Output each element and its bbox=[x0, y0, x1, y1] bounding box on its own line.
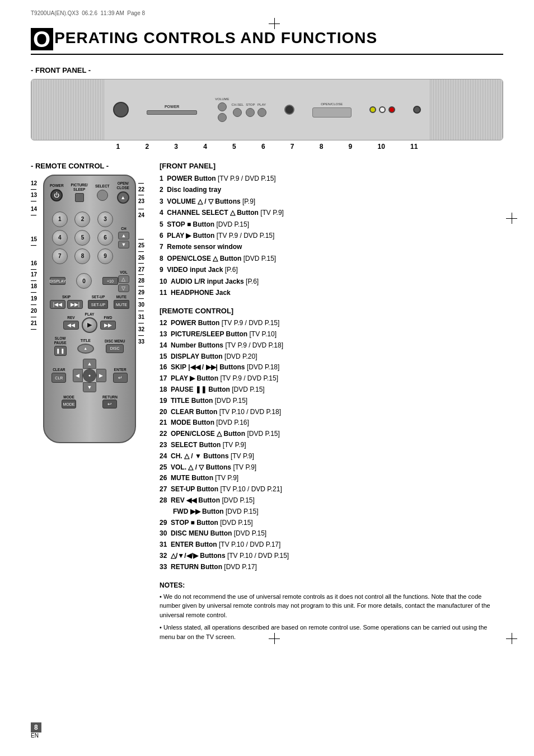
r-skip-label: SKIP bbox=[62, 295, 71, 299]
rc-item-28b: FWD ▶▶ Button [DVD P.15] bbox=[160, 506, 503, 518]
r-enter-label: ENTER bbox=[114, 368, 127, 372]
r-skip-next-btn[interactable]: ▶▶| bbox=[67, 300, 83, 309]
r-picture-sleep-label: PICTURE/SLEEP bbox=[71, 183, 88, 192]
r-nav-left-btn[interactable]: ◀ bbox=[73, 369, 83, 382]
fp-list-title: [FRONT PANEL] bbox=[160, 162, 503, 170]
fp-headphone-jack[interactable] bbox=[413, 106, 421, 114]
r-plus10-btn[interactable]: +10 bbox=[102, 277, 118, 285]
r-btn-4[interactable]: 4 bbox=[52, 230, 68, 246]
r-vol-up-btn[interactable]: △ bbox=[118, 275, 129, 283]
fp-video-jack[interactable] bbox=[369, 106, 376, 113]
r-nav-right-btn[interactable]: ▶ bbox=[96, 369, 106, 382]
fp-num-11: 11 bbox=[410, 143, 418, 151]
crosshair-mid-right bbox=[506, 213, 517, 224]
fp-num-10: 10 bbox=[377, 143, 385, 151]
ann-left-15: 15— bbox=[31, 236, 41, 248]
fp-vol-up[interactable] bbox=[218, 102, 227, 111]
r-picture-sleep-btn[interactable] bbox=[75, 193, 84, 202]
r-openclose-btn[interactable]: ▲ bbox=[117, 191, 129, 204]
ann-left-18: 18— bbox=[31, 283, 41, 295]
r-btn-6[interactable]: 6 bbox=[97, 230, 113, 246]
rc-item-13: 13 PICTURE/SLEEP Button [TV P.10] bbox=[160, 329, 503, 340]
r-display-btn[interactable]: DISPLAY bbox=[50, 277, 65, 285]
r-fwd-label: FWD bbox=[104, 316, 113, 320]
remote-body: POWER PICTURE/SLEEP SELECT bbox=[43, 175, 136, 443]
fp-item-3: 3 VOLUME △ / ▽ Buttons [P.9] bbox=[160, 196, 503, 207]
r-nav-diamond: ▲ ▼ ◀ ▶ ● bbox=[73, 359, 106, 392]
r-btn-1[interactable]: 1 bbox=[52, 212, 68, 227]
fp-num-6: 6 bbox=[261, 143, 265, 151]
r-power-btn[interactable] bbox=[50, 189, 63, 201]
ann-right-24: —24 bbox=[138, 206, 148, 218]
r-fwd-btn[interactable]: ▶▶ bbox=[100, 321, 116, 330]
r-btn-8[interactable]: 8 bbox=[74, 248, 90, 264]
ann-right-31: —31 bbox=[138, 308, 148, 320]
r-pause-btn[interactable]: ❚❚ bbox=[54, 346, 67, 356]
r-clear-btn[interactable]: CLR bbox=[51, 373, 66, 383]
r-skip-prev-btn[interactable]: |◀◀ bbox=[50, 300, 65, 309]
rc-item-12: 12 POWER Button [TV P.9 / DVD P.15] bbox=[160, 318, 503, 329]
r-power-label: POWER bbox=[50, 184, 64, 188]
fp-vol-down[interactable] bbox=[218, 113, 227, 122]
fp-item-7: 7 Remote sensor window bbox=[160, 241, 503, 252]
rc-item-19: 19 TITLE Button [DVD P.15] bbox=[160, 396, 503, 407]
r-btn-7[interactable]: 7 bbox=[52, 248, 68, 264]
note-2: Unless stated, all operations described … bbox=[160, 623, 503, 641]
fp-power-button[interactable] bbox=[113, 102, 129, 118]
fp-play[interactable] bbox=[257, 108, 266, 117]
r-setup-label: SET-UP bbox=[92, 295, 105, 299]
fp-ch-sel[interactable] bbox=[233, 108, 242, 117]
ann-right-23: —23 bbox=[138, 192, 148, 204]
ann-right-27: —27 bbox=[138, 260, 148, 273]
fp-audio-l-jack[interactable] bbox=[379, 106, 386, 113]
r-btn-3[interactable]: 3 bbox=[97, 212, 113, 227]
r-select-label: SELECT bbox=[95, 184, 110, 189]
fp-stop[interactable] bbox=[246, 108, 255, 117]
fp-num-5: 5 bbox=[232, 143, 236, 151]
remote-control-label: - REMOTE CONTROL - bbox=[31, 162, 148, 170]
r-rev-btn[interactable]: ◀◀ bbox=[63, 321, 79, 330]
remote-control-section: - REMOTE CONTROL - 12— 13— 14— bbox=[31, 162, 148, 645]
notes-section: NOTES: We do not recommend the use of un… bbox=[160, 581, 503, 645]
fp-disc-slot[interactable] bbox=[147, 110, 197, 115]
fp-openclose[interactable] bbox=[312, 107, 352, 118]
note-1: We do not recommend the use of universal… bbox=[160, 592, 503, 620]
r-select-btn[interactable] bbox=[97, 190, 108, 201]
r-btn-9[interactable]: 9 bbox=[97, 248, 113, 264]
fp-num-7: 7 bbox=[291, 143, 294, 151]
r-btn-0[interactable]: 0 bbox=[76, 273, 92, 289]
r-title-btn[interactable]: ▲ bbox=[77, 344, 94, 354]
r-play-btn[interactable]: ▶ bbox=[82, 317, 97, 333]
page-title-block: OPERATING CONTROLS AND FUNCTIONS bbox=[31, 28, 503, 55]
page-title: PERATING CONTROLS AND FUNCTIONS bbox=[54, 29, 377, 46]
r-nav-enter-btn[interactable]: ● bbox=[83, 369, 96, 382]
r-mute-btn[interactable]: MUTE bbox=[114, 300, 129, 309]
rc-item-21: 21 MODE Button [DVD P.16] bbox=[160, 417, 503, 429]
fp-center-controls: POWER VOLUME CH.SEL STOP bbox=[104, 79, 430, 140]
ann-left-13: 13— bbox=[31, 192, 41, 204]
r-openclose-label: OPEN/CLOSE bbox=[117, 181, 129, 190]
fp-audio-r-jack[interactable] bbox=[388, 106, 395, 113]
crosshair-bottom-center bbox=[269, 633, 280, 644]
r-ch-up-btn[interactable]: ▲ bbox=[118, 232, 129, 240]
r-nav-down-btn[interactable]: ▼ bbox=[83, 382, 96, 392]
fp-item-1: 1 POWER Button [TV P.9 / DVD P.15] bbox=[160, 173, 503, 184]
r-btn-2[interactable]: 2 bbox=[74, 212, 90, 227]
r-ch-down-btn[interactable]: ▼ bbox=[118, 241, 129, 248]
rc-item-29: 29 STOP ■ Button [DVD P.15] bbox=[160, 518, 503, 529]
r-disc-menu-btn[interactable]: DISC bbox=[106, 344, 124, 353]
r-vol-down-btn[interactable]: ▽ bbox=[118, 284, 129, 292]
ann-left-14: 14— bbox=[31, 206, 41, 218]
ann-right-32: —32 bbox=[138, 320, 148, 332]
r-btn-5[interactable]: 5 bbox=[74, 230, 90, 246]
r-mode-btn[interactable]: MODE bbox=[62, 400, 76, 408]
r-setup-btn[interactable]: SET-UP bbox=[88, 300, 108, 309]
page-meta: T9200UA(EN).QX3 06.2.6 11:39 AM Page 8 bbox=[31, 10, 145, 16]
ann-right-30: —30 bbox=[138, 295, 148, 308]
r-enter-btn[interactable]: ↵ bbox=[113, 373, 128, 383]
crosshair-bottom-right bbox=[506, 633, 517, 644]
rc-item-24: 24 CH. △ / ▼ Buttons [TV P.9] bbox=[160, 451, 503, 462]
r-return-btn[interactable]: ↩ bbox=[102, 400, 117, 408]
r-nav-up-btn[interactable]: ▲ bbox=[83, 359, 96, 369]
rc-desc: [REMOTE CONTROL] 12 POWER Button [TV P.9… bbox=[160, 307, 503, 572]
